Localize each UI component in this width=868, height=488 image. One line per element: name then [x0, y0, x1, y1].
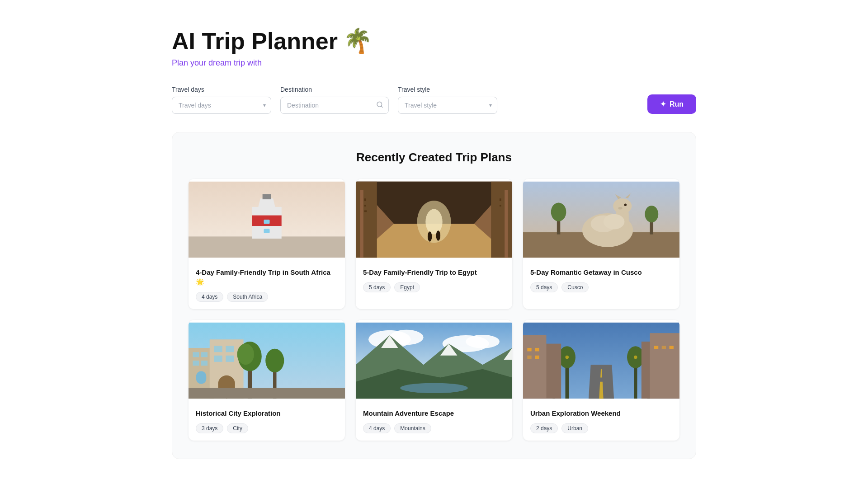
trip-card-6-tags: 2 days Urban [530, 423, 672, 433]
svg-rect-85 [650, 333, 679, 399]
svg-rect-14 [491, 182, 512, 258]
trip-card-5-days-tag: 4 days [363, 423, 391, 433]
trip-card-4[interactable]: Historical City Exploration 3 days City [189, 320, 345, 441]
svg-point-69 [400, 383, 468, 393]
svg-rect-87 [535, 348, 539, 351]
svg-point-35 [604, 214, 625, 230]
destination-group: Destination [280, 86, 389, 114]
svg-point-31 [618, 207, 622, 210]
travel-style-select-wrapper: Travel style Adventure Relaxation Cultur… [398, 97, 497, 114]
trip-card-3-tags: 5 days Cusco [530, 282, 672, 292]
svg-rect-88 [527, 356, 531, 359]
svg-rect-19 [364, 205, 366, 206]
svg-rect-86 [527, 348, 531, 351]
trip-card-4-info: Historical City Exploration 3 days City [189, 401, 345, 441]
trips-grid: 4-Day Family-Friendly Trip in South Afri… [189, 179, 679, 441]
trip-card-6-info: Urban Exploration Weekend 2 days Urban [523, 401, 679, 441]
svg-rect-7 [264, 220, 269, 224]
trip-card-3-title: 5-Day Romantic Getaway in Cusco [530, 267, 672, 277]
run-button-label: Run [670, 100, 684, 108]
travel-style-label: Travel style [398, 86, 497, 93]
run-button[interactable]: ✦ Run [647, 94, 696, 114]
svg-point-93 [566, 356, 569, 359]
svg-point-29 [613, 198, 632, 214]
trip-image-6 [523, 320, 679, 401]
svg-point-30 [624, 203, 627, 206]
destination-label: Destination [280, 86, 389, 93]
app-subtitle: Plan your dream trip with [172, 58, 696, 68]
svg-rect-12 [356, 182, 377, 258]
trip-card-2-location-tag: Egypt [394, 282, 420, 292]
travel-days-select[interactable]: Travel days 1 day 2 days 3 days 4 days 5… [172, 97, 271, 114]
svg-rect-6 [263, 194, 271, 199]
trip-image-svg-1 [189, 179, 345, 260]
trip-card-2-info: 5-Day Family-Friendly Trip to Egypt 5 da… [356, 260, 512, 300]
svg-rect-90 [654, 346, 658, 349]
trip-card-1-days-tag: 4 days [196, 292, 223, 302]
trip-image-4 [189, 320, 345, 401]
svg-rect-91 [662, 346, 666, 349]
trip-card-5-info: Mountain Adventure Escape 4 days Mountai… [356, 401, 512, 441]
svg-rect-21 [500, 198, 501, 201]
trip-card-2-days-tag: 5 days [363, 282, 391, 292]
svg-rect-58 [189, 388, 345, 399]
svg-rect-20 [364, 210, 367, 212]
subtitle-text: Plan your dream trip with [172, 58, 262, 67]
svg-rect-18 [364, 198, 366, 201]
destination-input[interactable] [280, 97, 389, 114]
travel-days-select-wrapper: Travel days 1 day 2 days 3 days 4 days 5… [172, 97, 271, 114]
svg-rect-44 [193, 361, 199, 366]
svg-rect-50 [214, 356, 222, 362]
svg-point-94 [634, 356, 637, 359]
svg-rect-22 [500, 205, 501, 206]
svg-rect-8 [264, 229, 269, 233]
travel-style-select[interactable]: Travel style Adventure Relaxation Cultur… [398, 97, 497, 114]
svg-point-55 [237, 344, 254, 365]
trip-image-svg-6 [523, 320, 679, 401]
svg-rect-89 [535, 356, 539, 359]
svg-rect-51 [226, 356, 234, 362]
svg-point-63 [466, 335, 500, 348]
svg-rect-83 [523, 335, 546, 399]
trip-card-1-tags: 4 days South Africa [196, 292, 338, 302]
svg-rect-13 [360, 190, 363, 258]
trip-card-5[interactable]: Mountain Adventure Escape 4 days Mountai… [356, 320, 512, 441]
trip-card-5-tags: 4 days Mountains [363, 423, 505, 433]
trip-card-3[interactable]: 5-Day Romantic Getaway in Cusco 5 days C… [523, 179, 679, 309]
svg-marker-5 [258, 198, 275, 207]
trip-card-4-days-tag: 3 days [196, 423, 223, 433]
trip-card-6[interactable]: Urban Exploration Weekend 2 days Urban [523, 320, 679, 441]
svg-rect-92 [670, 346, 674, 349]
trip-card-1-title: 4-Day Family-Friendly Trip in South Afri… [196, 267, 338, 286]
travel-days-label: Travel days [172, 86, 271, 93]
trip-image-1 [189, 179, 345, 260]
svg-point-37 [551, 203, 566, 221]
trip-card-2-tags: 5 days Egypt [363, 282, 505, 292]
svg-rect-15 [505, 190, 508, 258]
svg-rect-46 [196, 371, 206, 384]
trip-card-2[interactable]: 5-Day Family-Friendly Trip to Egypt 5 da… [356, 179, 512, 309]
trip-card-4-title: Historical City Exploration [196, 408, 338, 418]
svg-point-57 [265, 349, 284, 372]
destination-input-wrapper [280, 97, 389, 114]
palm-icon: 🌴 [343, 27, 373, 55]
trip-card-3-info: 5-Day Romantic Getaway in Cusco 5 days C… [523, 260, 679, 300]
trip-image-2 [356, 179, 512, 260]
trip-card-6-days-tag: 2 days [530, 423, 558, 433]
section-title: Recently Created Trip Plans [189, 150, 679, 164]
app-title-text: AI Trip Planner [172, 28, 338, 55]
controls-row: Travel days Travel days 1 day 2 days 3 d… [172, 86, 696, 114]
trip-image-svg-5 [356, 320, 512, 401]
trip-card-1[interactable]: 4-Day Family-Friendly Trip in South Afri… [189, 179, 345, 309]
trip-card-1-info: 4-Day Family-Friendly Trip in South Afri… [189, 260, 345, 309]
svg-point-39 [645, 206, 658, 222]
svg-rect-48 [214, 346, 222, 352]
trip-image-svg-3 [523, 179, 679, 260]
svg-point-24 [436, 230, 440, 240]
svg-point-23 [428, 231, 432, 241]
svg-rect-42 [193, 352, 199, 357]
trip-card-1-location-tag: South Africa [227, 292, 268, 302]
svg-point-17 [425, 209, 442, 235]
trip-card-4-tags: 3 days City [196, 423, 338, 433]
travel-days-group: Travel days Travel days 1 day 2 days 3 d… [172, 86, 271, 114]
